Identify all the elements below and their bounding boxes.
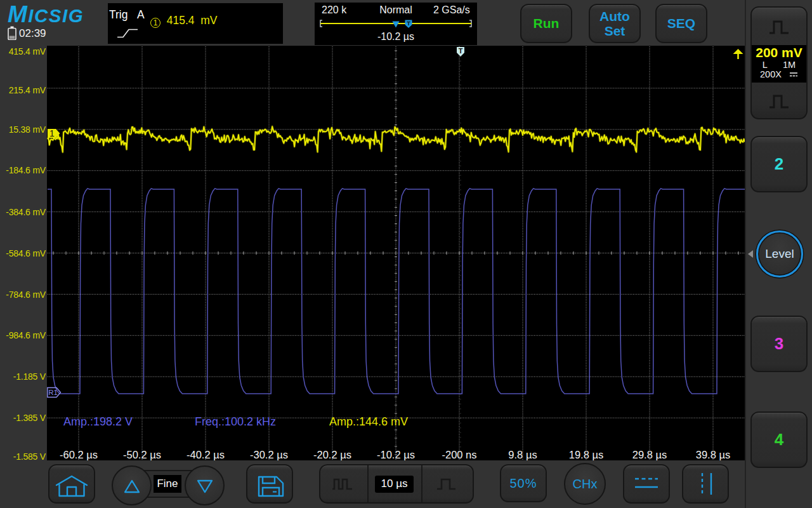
svg-text:-50.2 µs: -50.2 µs (123, 449, 161, 460)
svg-text:-20.2 µs: -20.2 µs (313, 449, 351, 460)
svg-text:T: T (459, 47, 463, 55)
svg-text:19.8 µs: 19.8 µs (569, 449, 603, 460)
svg-text:-40.2 µs: -40.2 µs (187, 449, 225, 460)
svg-text:R1: R1 (48, 389, 58, 396)
svg-text:1: 1 (49, 128, 55, 138)
svg-text:-30.2 µs: -30.2 µs (250, 449, 288, 460)
svg-text:-200 ns: -200 ns (442, 449, 476, 460)
svg-text:9.8 µs: 9.8 µs (508, 449, 537, 460)
svg-text:39.8 µs: 39.8 µs (696, 449, 730, 460)
svg-text:-10.2 µs: -10.2 µs (377, 449, 415, 460)
svg-text:-60.2 µs: -60.2 µs (60, 449, 98, 460)
svg-text:29.8 µs: 29.8 µs (632, 449, 667, 460)
svg-text:Freq.:100.2 kHz: Freq.:100.2 kHz (195, 415, 276, 428)
svg-text:Amp.:144.6 mV: Amp.:144.6 mV (329, 415, 408, 428)
svg-text:Amp.:198.2 V: Amp.:198.2 V (63, 415, 133, 428)
